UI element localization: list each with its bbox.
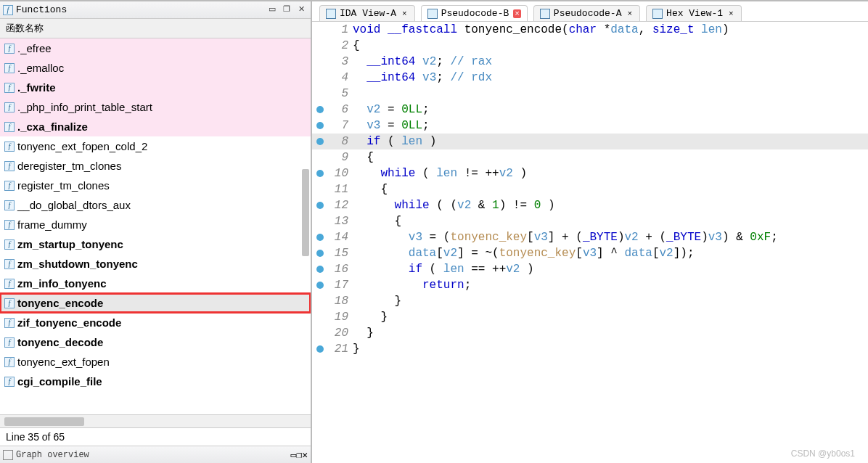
tab-close-icon[interactable]: × <box>513 9 521 18</box>
code-text[interactable]: { <box>353 215 868 228</box>
tab-close-icon[interactable]: × <box>626 9 634 18</box>
code-text[interactable]: v3 = (tonyenc_key[v3] + (_BYTE)v2 + (_BY… <box>353 231 868 244</box>
code-line[interactable]: 1void __fastcall tonyenc_encode(char *da… <box>312 22 868 38</box>
code-line[interactable]: 10 while ( len != ++v2 ) <box>312 165 868 181</box>
line-number: 19 <box>328 311 353 324</box>
code-line[interactable]: 9 { <box>312 149 868 165</box>
code-text[interactable]: __int64 v3; // rdx <box>353 71 868 84</box>
go-popout-button[interactable]: ❐ <box>296 449 302 461</box>
function-name: zm_startup_tonyenc <box>17 238 123 250</box>
tab-close-icon[interactable]: × <box>401 9 409 18</box>
function-row[interactable]: fzm_shutdown_tonyenc <box>0 254 311 274</box>
scrollbar-thumb[interactable] <box>302 169 309 256</box>
breakpoint-gutter[interactable] <box>312 282 328 289</box>
function-row[interactable]: ftonyenc_encode <box>0 293 311 313</box>
function-row[interactable]: fzif_tonyenc_encode <box>0 313 311 332</box>
code-text[interactable]: } <box>353 343 868 356</box>
code-text[interactable]: v2 = 0LL; <box>353 103 868 116</box>
code-line[interactable]: 4 __int64 v3; // rdx <box>312 70 868 86</box>
code-line[interactable]: 14 v3 = (tonyenc_key[v3] + (_BYTE)v2 + (… <box>312 229 868 245</box>
horizontal-scrollbar[interactable] <box>0 414 311 427</box>
code-line[interactable]: 11 { <box>312 181 868 197</box>
code-line[interactable]: 12 while ( (v2 & 1) != 0 ) <box>312 197 868 213</box>
code-line[interactable]: 21} <box>312 341 868 357</box>
line-number: 20 <box>328 327 353 340</box>
tab[interactable]: Pseudocode-B× <box>421 5 528 21</box>
function-row[interactable]: fcgi_compile_file <box>0 372 311 391</box>
code-text[interactable]: { <box>353 39 868 52</box>
breakpoint-gutter[interactable] <box>312 106 328 113</box>
code-area[interactable]: 1void __fastcall tonyenc_encode(char *da… <box>312 22 868 463</box>
code-text[interactable]: return; <box>353 279 868 292</box>
breakpoint-dot-icon <box>316 138 324 145</box>
function-row[interactable]: fderegister_tm_clones <box>0 156 311 176</box>
function-row[interactable]: f._cxa_finalize <box>0 117 311 136</box>
code-line[interactable]: 3 __int64 v2; // rax <box>312 54 868 70</box>
code-line[interactable]: 2{ <box>312 38 868 54</box>
code-line[interactable]: 19 } <box>312 309 868 325</box>
code-text[interactable]: while ( len != ++v2 ) <box>353 167 868 180</box>
function-row[interactable]: f._php_info_print_table_start <box>0 97 311 117</box>
function-row[interactable]: fzm_info_tonyenc <box>0 274 311 293</box>
breakpoint-gutter[interactable] <box>312 170 328 177</box>
code-line[interactable]: 17 return; <box>312 277 868 293</box>
tab-icon <box>427 9 438 19</box>
breakpoint-gutter[interactable] <box>312 345 328 353</box>
code-line[interactable]: 16 if ( len == ++v2 ) <box>312 261 868 277</box>
function-list[interactable]: f._efreef._emallocf._fwritef._php_info_p… <box>0 38 311 414</box>
code-text[interactable]: } <box>353 295 868 308</box>
function-row[interactable]: fframe_dummy <box>0 215 311 234</box>
code-text[interactable]: } <box>353 327 868 340</box>
code-line[interactable]: 5 <box>312 86 868 102</box>
code-text[interactable]: data[v2] = ~(tonyenc_key[v3] ^ data[v2])… <box>353 247 868 260</box>
breakpoint-gutter[interactable] <box>312 202 328 209</box>
function-name: tonyenc_ext_fopen <box>17 356 110 368</box>
function-row[interactable]: f__do_global_dtors_aux <box>0 195 311 215</box>
breakpoint-gutter[interactable] <box>312 250 328 257</box>
breakpoint-gutter[interactable] <box>312 266 328 273</box>
tab[interactable]: IDA View-A× <box>319 5 415 21</box>
function-row[interactable]: f._emalloc <box>0 58 311 78</box>
tab[interactable]: Pseudocode-A× <box>533 5 640 21</box>
breakpoint-gutter[interactable] <box>312 122 328 129</box>
code-text[interactable]: void __fastcall tonyenc_encode(char *dat… <box>353 23 868 36</box>
function-row[interactable]: ftonyenc_ext_fopen_cold_2 <box>0 136 311 156</box>
function-row[interactable]: f._efree <box>0 38 311 58</box>
code-text[interactable]: { <box>353 151 868 164</box>
function-row[interactable]: fzm_startup_tonyenc <box>0 234 311 254</box>
code-line[interactable]: 18 } <box>312 293 868 309</box>
code-text[interactable]: if ( len == ++v2 ) <box>353 263 868 276</box>
breakpoint-gutter[interactable] <box>312 234 328 241</box>
code-text[interactable]: if ( len ) <box>353 135 868 148</box>
function-icon: f <box>4 122 15 132</box>
code-text[interactable]: } <box>353 311 868 324</box>
function-icon: f <box>4 142 15 152</box>
minimize-button[interactable]: ▭ <box>266 4 279 16</box>
code-text[interactable]: { <box>353 183 868 196</box>
go-close-button[interactable]: ✕ <box>302 449 308 461</box>
code-line[interactable]: 13 { <box>312 213 868 229</box>
function-row[interactable]: ftonyenc_decode <box>0 332 311 352</box>
code-line[interactable]: 8 if ( len ) <box>312 134 868 149</box>
go-minimize-button[interactable]: ▭ <box>291 449 297 461</box>
breakpoint-gutter[interactable] <box>312 138 328 145</box>
close-button[interactable]: ✕ <box>295 4 308 16</box>
tab[interactable]: Hex View-1× <box>646 5 742 21</box>
code-text[interactable]: v3 = 0LL; <box>353 119 868 132</box>
tab-close-icon[interactable]: × <box>727 9 735 18</box>
function-row[interactable]: ftonyenc_ext_fopen <box>0 352 311 372</box>
hscroll-thumb[interactable] <box>4 417 84 426</box>
code-line[interactable]: 7 v3 = 0LL; <box>312 118 868 134</box>
column-header[interactable]: 函数名称 <box>0 19 311 38</box>
code-text[interactable]: __int64 v2; // rax <box>353 55 868 68</box>
function-name: tonyenc_ext_fopen_cold_2 <box>17 140 147 152</box>
code-line[interactable]: 20 } <box>312 325 868 341</box>
code-line[interactable]: 15 data[v2] = ~(tonyenc_key[v3] ^ data[v… <box>312 245 868 261</box>
code-line[interactable]: 6 v2 = 0LL; <box>312 102 868 118</box>
popout-button[interactable]: ❐ <box>280 4 293 16</box>
function-row[interactable]: fregister_tm_clones <box>0 176 311 195</box>
code-text[interactable]: while ( (v2 & 1) != 0 ) <box>353 199 868 212</box>
line-number: 12 <box>328 199 353 212</box>
function-row[interactable]: f._fwrite <box>0 78 311 97</box>
line-number: 6 <box>328 103 353 116</box>
